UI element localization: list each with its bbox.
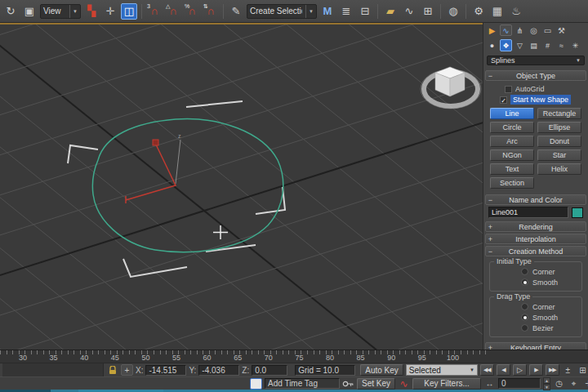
edit-named-selections-icon[interactable]: ✎ bbox=[228, 3, 244, 20]
absolute-mode-icon[interactable]: + bbox=[121, 364, 133, 376]
default-in-out-tangents-icon[interactable]: ∿ bbox=[398, 378, 410, 390]
motion-tab-icon[interactable]: ◎ bbox=[528, 24, 540, 36]
time-tag-icon[interactable] bbox=[250, 378, 262, 390]
frame-spinner[interactable]: ▲ ▼ bbox=[543, 378, 550, 390]
helix-button[interactable]: Helix bbox=[537, 163, 581, 175]
object-color-swatch[interactable] bbox=[572, 207, 583, 218]
autogrid-checkbox[interactable] bbox=[505, 86, 512, 93]
frame-number-label: 45 bbox=[111, 354, 119, 362]
perspective-viewport[interactable]: z bbox=[0, 23, 483, 350]
initial-corner-radio[interactable] bbox=[521, 268, 528, 275]
command-panel: ▶ ∿ ⋔ ◎ ▭ ⚒ ● ❖ ▽ ▤ # ≈ ✳ Splines ▼ − Ob… bbox=[483, 23, 588, 350]
line-button[interactable]: Line bbox=[490, 108, 534, 119]
drag-corner-radio[interactable] bbox=[521, 303, 528, 310]
zoom-region-icon[interactable]: ⌖ bbox=[568, 378, 580, 390]
percent-snap-icon[interactable]: ∩ % bbox=[184, 3, 200, 20]
create-tab-icon[interactable]: ▶ bbox=[486, 24, 498, 36]
schematic-view-icon[interactable]: ⊞ bbox=[420, 3, 436, 20]
arc-button[interactable]: Arc bbox=[490, 136, 534, 147]
shape-category-dropdown[interactable]: Splines ▼ bbox=[487, 56, 585, 65]
star-button[interactable]: Star bbox=[537, 149, 581, 161]
select-scale-icon[interactable]: ▣ bbox=[21, 3, 38, 20]
reference-coordinate-dropdown[interactable]: View ▼ bbox=[40, 4, 81, 19]
object-type-rollout-header[interactable]: − Object Type bbox=[485, 70, 586, 81]
z-coordinate-field[interactable]: 0.0 bbox=[252, 365, 287, 376]
maxscript-mini-listener[interactable] bbox=[2, 363, 104, 376]
rollout-title: Creation Method bbox=[495, 247, 577, 256]
create-categories: ● ❖ ▽ ▤ # ≈ ✳ bbox=[483, 38, 588, 53]
geometry-category-icon[interactable]: ● bbox=[486, 39, 498, 51]
spinner-snap-icon[interactable]: ∩ ⇅ bbox=[203, 3, 219, 20]
pan-icon[interactable]: ✛ bbox=[582, 378, 588, 390]
drag-smooth-radio[interactable] bbox=[521, 314, 528, 321]
cameras-category-icon[interactable]: ▤ bbox=[528, 39, 540, 51]
x-coordinate-field[interactable]: -14.515 bbox=[145, 365, 186, 376]
drag-bezier-radio[interactable] bbox=[521, 324, 528, 332]
snap-3d-icon[interactable]: ∩ 3 bbox=[146, 3, 163, 20]
align-icon[interactable]: ≣ bbox=[338, 3, 354, 20]
time-configuration-icon[interactable]: ◷ bbox=[553, 378, 565, 390]
key-filters-button[interactable]: Key Filters... bbox=[412, 378, 481, 390]
frame-range-icon[interactable]: ↔ bbox=[483, 378, 496, 390]
rollout-title: Object Type bbox=[495, 72, 577, 80]
systems-category-icon[interactable]: ✳ bbox=[569, 39, 581, 51]
y-coordinate-field[interactable]: -4.036 bbox=[198, 365, 239, 376]
name-color-rollout-header[interactable]: − Name and Color bbox=[485, 194, 586, 205]
lights-category-icon[interactable]: ▽ bbox=[514, 39, 526, 51]
go-to-end-button[interactable]: ▶▶ bbox=[546, 364, 559, 376]
modify-tab-icon[interactable]: ∿ bbox=[500, 24, 512, 36]
initial-smooth-radio[interactable] bbox=[521, 278, 528, 286]
add-time-tag-field[interactable]: Add Time Tag bbox=[265, 378, 340, 389]
key-filter-set-dropdown[interactable]: Selected ▼ bbox=[406, 364, 478, 376]
zoom-all-icon[interactable]: ⊞ bbox=[577, 364, 588, 376]
helpers-category-icon[interactable]: # bbox=[541, 39, 554, 51]
material-editor-icon[interactable]: ◍ bbox=[445, 3, 461, 20]
text-button[interactable]: Text bbox=[490, 163, 534, 175]
rendering-rollout-header[interactable]: + Rendering bbox=[485, 221, 586, 232]
play-button[interactable]: ▷ bbox=[513, 364, 527, 376]
select-rotate-icon[interactable]: ↻ bbox=[2, 3, 19, 20]
shapes-category-icon[interactable]: ❖ bbox=[500, 39, 512, 51]
current-frame-field[interactable]: 0 bbox=[498, 378, 541, 389]
set-keys-key-icon[interactable] bbox=[342, 378, 354, 390]
set-key-button[interactable]: Set Key bbox=[357, 378, 395, 390]
auto-key-button[interactable]: Auto Key bbox=[360, 364, 403, 376]
spinner-up-icon[interactable]: ▲ bbox=[543, 377, 550, 384]
start-new-shape-checkbox[interactable]: ✓ bbox=[500, 96, 507, 104]
ellipse-button[interactable]: Ellipse bbox=[537, 122, 581, 133]
rectangle-button[interactable]: Rectangle bbox=[537, 108, 581, 119]
curve-editor-icon[interactable]: ∿ bbox=[401, 3, 417, 20]
previous-frame-button[interactable]: ◀ bbox=[497, 364, 510, 376]
interpolation-rollout-header[interactable]: + Interpolation bbox=[485, 234, 586, 244]
named-selection-set-dropdown[interactable]: Create Selection Se ▼ bbox=[247, 4, 317, 19]
utilities-tab-icon[interactable]: ⚒ bbox=[555, 24, 568, 36]
ngon-button[interactable]: NGon bbox=[490, 149, 534, 161]
creation-method-rollout-header[interactable]: − Creation Method bbox=[485, 246, 586, 256]
angle-snap-icon[interactable]: ∩ △ bbox=[165, 3, 181, 20]
rendered-frame-icon[interactable]: ▦ bbox=[489, 3, 506, 20]
render-production-icon[interactable]: ♨ bbox=[508, 3, 524, 20]
time-slider-ruler[interactable]: 3035404550556065707580859095100 bbox=[0, 350, 588, 363]
object-name-field[interactable]: Line001 bbox=[488, 207, 568, 218]
donut-button[interactable]: Donut bbox=[537, 136, 581, 147]
initial-type-group: Initial Type Corner Smooth bbox=[489, 261, 582, 292]
use-pivot-center-icon[interactable]: ▚ bbox=[83, 3, 100, 20]
spinner-down-icon[interactable]: ▼ bbox=[543, 384, 550, 390]
key-mode-toggle-icon[interactable]: ± bbox=[562, 364, 574, 376]
collapse-icon: − bbox=[486, 72, 495, 80]
select-manipulate-icon[interactable]: ✛ bbox=[102, 3, 118, 20]
layer-manager-icon[interactable]: ⊟ bbox=[357, 3, 373, 20]
rollout-title: Rendering bbox=[495, 223, 577, 231]
display-tab-icon[interactable]: ▭ bbox=[541, 24, 554, 36]
folder-icon[interactable]: ▰ bbox=[382, 3, 399, 20]
mirror-icon[interactable]: M bbox=[319, 3, 336, 20]
selection-lock-icon[interactable] bbox=[106, 364, 118, 376]
go-to-start-button[interactable]: ◀◀ bbox=[480, 364, 494, 376]
next-frame-button[interactable]: ▶ bbox=[529, 364, 543, 376]
render-setup-icon[interactable]: ⚙ bbox=[470, 3, 487, 20]
snaps-toggle-icon[interactable]: ◫ bbox=[121, 3, 137, 20]
circle-button[interactable]: Circle bbox=[490, 122, 534, 133]
spacewarps-category-icon[interactable]: ≈ bbox=[555, 39, 568, 51]
section-button[interactable]: Section bbox=[490, 177, 534, 189]
hierarchy-tab-icon[interactable]: ⋔ bbox=[514, 24, 526, 36]
